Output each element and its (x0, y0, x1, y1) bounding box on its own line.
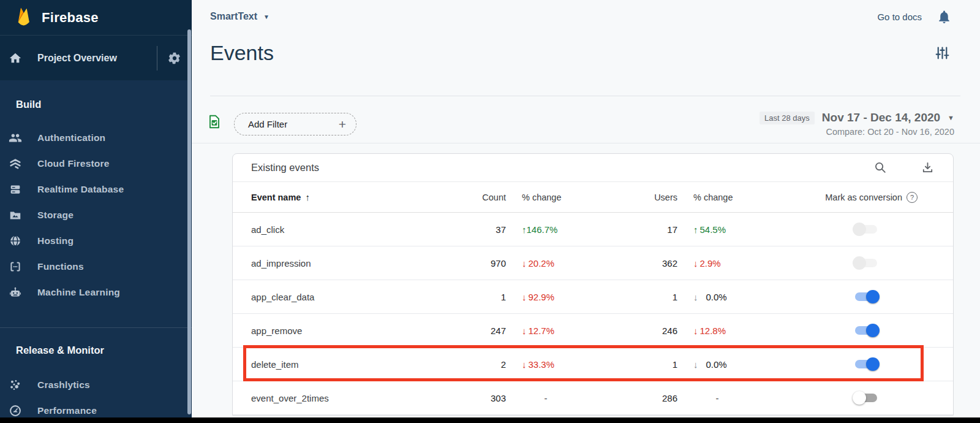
sidebar-scrollbar[interactable] (187, 29, 191, 414)
event-count: 1 (457, 292, 506, 302)
project-selector[interactable]: SmartText ▼ (210, 11, 270, 22)
data-ok-check-icon (206, 113, 222, 132)
notifications-bell-icon[interactable] (937, 9, 952, 25)
trend-down-arrow-icon: ↓ (693, 258, 698, 269)
sidebar-item-realtime-database[interactable]: Realtime Database (0, 177, 192, 202)
table-body: ad_click37↑146.7%17↑54.5%ad_impression97… (233, 213, 953, 415)
brand-name: Firebase (42, 10, 99, 26)
home-icon (8, 51, 23, 65)
conversion-toggle[interactable] (855, 357, 877, 371)
trend-up-arrow-icon: ↑ (522, 224, 527, 235)
column-event-name[interactable]: Event name ↑ (233, 192, 457, 202)
sidebar-item-label: Cloud Firestore (37, 158, 110, 169)
sidebar-item-functions[interactable]: Functions (0, 254, 192, 280)
change-cell: ↓33.3% (506, 359, 586, 370)
conversion-toggle[interactable] (855, 290, 877, 303)
settings-gear-icon[interactable] (157, 51, 192, 65)
compare-range: Compare: Oct 20 - Nov 16, 2020 (760, 127, 954, 137)
change-cell: ↓12.7% (506, 326, 586, 336)
date-range-block: Last 28 days Nov 17 - Dec 14, 2020 ▼ Com… (760, 111, 954, 137)
download-icon[interactable] (921, 161, 935, 175)
event-name: delete_item (233, 359, 457, 370)
sidebar-item-label: Performance (37, 405, 97, 416)
table-row[interactable]: event_over_2times303-286- (233, 381, 953, 415)
event-users: 1 (586, 359, 677, 370)
section-release-monitor-label: Release & Monitor (16, 345, 192, 356)
table-row[interactable]: app_remove247↓12.7%246↓12.8% (233, 314, 953, 348)
change-cell: ↓12.8% (677, 326, 757, 336)
table-row[interactable]: ad_click37↑146.7%17↑54.5% (233, 213, 953, 246)
help-icon[interactable]: ? (907, 192, 918, 203)
search-icon[interactable] (873, 161, 888, 175)
column-count-change: % change (506, 192, 586, 202)
trend-down-arrow-icon: ↓ (522, 292, 527, 302)
column-users: Users (586, 192, 677, 202)
change-cell: ↑146.7% (506, 224, 586, 235)
change-cell: ↓0.0% (677, 292, 757, 302)
database-icon (8, 183, 23, 196)
section-build-label: Build (16, 99, 192, 110)
sidebar-item-label: Realtime Database (37, 184, 124, 195)
sidebar-item-storage[interactable]: Storage (0, 202, 192, 228)
trend-down-arrow-icon: ↓ (693, 326, 698, 336)
event-count: 247 (457, 326, 506, 336)
chevron-down-icon: ▼ (948, 114, 954, 121)
sidebar-item-crashlytics[interactable]: Crashlytics (0, 372, 192, 398)
date-range-value: Nov 17 - Dec 14, 2020 (822, 111, 940, 124)
people-icon (8, 131, 23, 145)
screenshot-bottom-edge (0, 417, 980, 423)
add-filter-button[interactable]: Add Filter + (234, 113, 356, 135)
column-count: Count (457, 192, 506, 202)
date-range-selector[interactable]: Last 28 days Nov 17 - Dec 14, 2020 ▼ (760, 111, 954, 124)
event-count: 970 (457, 258, 506, 269)
sidebar-item-hosting[interactable]: Hosting (0, 228, 192, 254)
event-users: 286 (586, 393, 677, 403)
event-name: ad_click (233, 224, 457, 235)
card-title: Existing events (251, 162, 319, 173)
event-users: 246 (586, 326, 677, 336)
trend-down-arrow-icon: ↓ (522, 258, 527, 269)
conversion-toggle[interactable] (855, 223, 877, 236)
change-cell: ↓20.2% (506, 258, 586, 269)
event-name: app_clear_data (233, 292, 457, 302)
card-header: Existing events (233, 154, 953, 182)
conversion-toggle[interactable] (855, 256, 877, 270)
table-header: Event name ↑ Count % change Users % chan… (233, 182, 953, 213)
sidebar-item-cloud-firestore[interactable]: Cloud Firestore (0, 151, 192, 177)
existing-events-card: Existing events Event name ↑ Count % cha… (232, 153, 954, 416)
table-row[interactable]: delete_item2↓33.3%1↓0.0% (233, 348, 953, 381)
speedometer-icon (8, 404, 23, 417)
conversion-toggle[interactable] (855, 324, 877, 337)
go-to-docs-link[interactable]: Go to docs (877, 12, 922, 22)
sidebar-item-authentication[interactable]: Authentication (0, 125, 192, 151)
brand[interactable]: Firebase (0, 0, 192, 35)
change-cell: - (506, 393, 586, 403)
crashlytics-icon (8, 378, 23, 392)
table-row[interactable]: ad_impression970↓20.2%362↓2.9% (233, 246, 953, 280)
trend-down-arrow-icon: ↓ (693, 359, 698, 370)
trend-down-arrow-icon: ↓ (522, 359, 527, 370)
trend-down-arrow-icon: ↓ (693, 292, 698, 302)
trend-up-arrow-icon: ↑ (693, 224, 698, 235)
sidebar: Firebase Project Overview Build Authenti… (0, 0, 192, 423)
sidebar-item-machine-learning[interactable]: Machine Learning (0, 280, 192, 305)
robot-icon (8, 286, 23, 299)
sidebar-item-project-overview[interactable]: Project Overview (0, 35, 192, 80)
sidebar-divider (0, 327, 192, 328)
column-users-change: % change (677, 192, 757, 202)
event-name: ad_impression (233, 258, 457, 269)
table-row[interactable]: app_clear_data1↓92.9%1↓0.0% (233, 280, 953, 314)
sidebar-item-label: Crashlytics (37, 379, 90, 391)
filter-divider (192, 143, 980, 143)
firestore-icon (8, 157, 23, 170)
column-mark-as-conversion: Mark as conversion ? (757, 192, 953, 203)
sidebar-item-label: Authentication (37, 132, 105, 143)
plus-icon: + (339, 117, 346, 132)
change-cell: ↑54.5% (677, 224, 757, 235)
conversion-toggle[interactable] (855, 391, 877, 405)
event-users: 1 (586, 292, 677, 302)
trend-down-arrow-icon: ↓ (522, 326, 527, 336)
filter-bar: Add Filter + Last 28 days Nov 17 - Dec 1… (192, 111, 980, 139)
tune-filters-icon[interactable] (935, 45, 950, 63)
sort-ascending-icon: ↑ (305, 192, 310, 202)
